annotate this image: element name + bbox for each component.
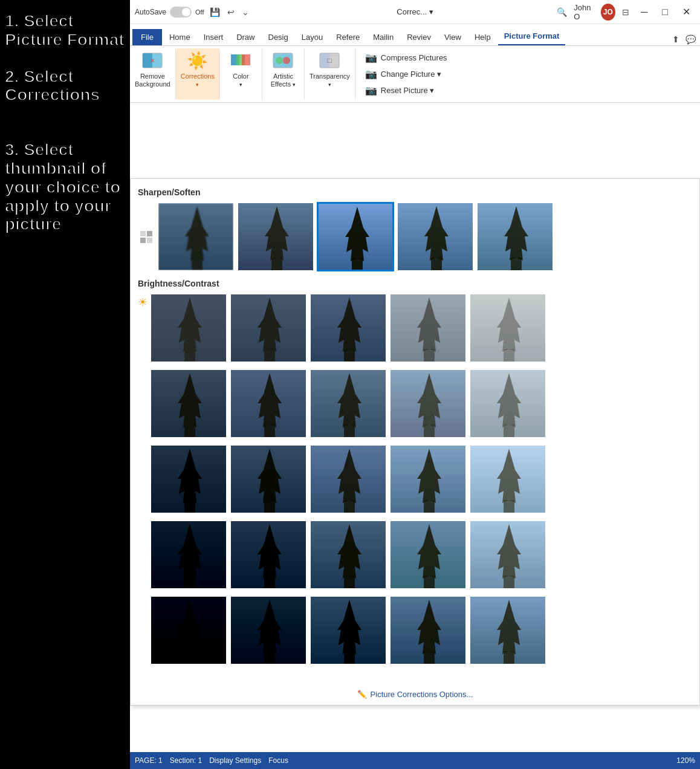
undo-icon[interactable]: ↩ [225,6,236,18]
bc-section: ☀ [138,293,692,669]
artistic-effects-button[interactable]: ArtisticEffects ▾ [262,48,305,100]
tab-review[interactable]: Reviev [401,29,437,45]
svg-rect-66 [264,500,275,513]
bc-thumb-3-3[interactable] [309,444,387,514]
step3-text: 3. Select thumbnail of your choice to ap… [5,141,125,234]
step1-text: 1. Select Picture Format [5,12,125,50]
search-icon[interactable]: 🔍 [555,6,569,18]
bc-thumb-2-3[interactable] [309,369,387,438]
bc-thumb-5-2[interactable] [230,595,307,665]
sharpen-thumbnail-row [138,202,692,271]
tab-draw[interactable]: Draw [230,29,261,45]
bc-thumb-5-3[interactable] [309,595,387,665]
bc-thumb-3-2[interactable] [230,444,307,514]
tab-picture-format[interactable]: Picture Format [498,28,566,45]
svg-rect-18 [192,258,203,270]
svg-rect-15 [147,238,152,243]
bc-thumb-2-4[interactable] [389,369,467,438]
bc-thumb-4-2[interactable] [230,520,307,589]
bc-row-4 [150,520,546,589]
bc-thumb-2-5[interactable] [469,369,546,438]
tab-view[interactable]: View [438,29,467,45]
sharpen-thumb-4[interactable] [397,202,474,271]
bc-thumb-3-1[interactable] [150,444,227,514]
change-picture-button[interactable]: 📷 Change Picture ▾ [363,67,693,81]
bc-thumb-1-5[interactable] [469,293,546,363]
bc-thumb-1-2[interactable] [230,293,307,363]
corrections-icon: ☀️ [187,50,209,71]
svg-rect-36 [264,349,275,362]
share-icon[interactable]: ⬆ [670,33,681,45]
corrections-button[interactable]: ☀️ Corrections▾ [176,48,220,100]
focus-label[interactable]: Focus [268,756,288,765]
bc-thumb-3-5[interactable] [469,444,546,514]
tab-references[interactable]: Refere [330,29,366,45]
bc-grid [150,293,546,669]
tab-home[interactable]: Home [163,29,196,45]
corrections-dropdown: Sharpen/Soften [130,178,700,706]
zoom-level: 120% [676,756,695,765]
bc-thumb-5-5[interactable] [469,595,546,665]
svg-rect-12 [140,231,146,236]
picture-corrections-options-link[interactable]: ✏️ Picture Corrections Options... [357,690,473,699]
tab-mailings[interactable]: Mailin [367,29,400,45]
minimize-button[interactable]: ─ [636,0,652,24]
corrections-label: Corrections▾ [181,73,215,88]
more-qa-icon[interactable]: ⌄ [240,6,251,18]
display-settings[interactable]: Display Settings [209,756,261,765]
title-bar-left: AutoSave Off 💾 ↩ ⌄ [135,6,275,18]
tab-help[interactable]: Help [468,29,497,45]
bc-thumb-2-2[interactable] [230,369,307,438]
doc-title: Correc... ▾ [397,7,433,16]
corrections-options-label: Picture Corrections Options... [371,690,473,699]
svg-text:✕: ✕ [150,57,155,64]
bc-thumb-4-1[interactable] [150,520,227,589]
title-bar-right: 🔍 John O JO ⊟ ─ □ ✕ [555,0,695,24]
bc-thumb-3-4[interactable] [389,444,467,514]
sharpen-thumb-5[interactable] [476,202,554,271]
sharpen-soften-title: Sharpen/Soften [138,187,692,197]
section-info: Section: 1 [170,756,202,765]
reset-picture-label: Reset Picture ▾ [381,86,435,95]
save-icon[interactable]: 💾 [208,6,222,18]
close-button[interactable]: ✕ [678,0,695,24]
tab-design[interactable]: Desig [262,29,294,45]
bc-thumb-1-4[interactable] [389,293,467,363]
transparency-button[interactable]: □ Transparency▾ [305,48,355,100]
sharpen-thumb-1[interactable] [157,202,235,271]
svg-rect-45 [504,349,514,362]
svg-rect-93 [184,651,195,664]
color-button[interactable]: Color▾ [220,48,262,100]
reset-picture-button[interactable]: 📷 Reset Picture ▾ [363,83,693,97]
svg-rect-14 [140,238,146,243]
bc-thumb-4-5[interactable] [469,520,546,589]
svg-rect-48 [184,424,195,437]
maximize-button[interactable]: □ [657,0,673,24]
brightness-icon-col: ☀ [138,293,147,669]
bc-thumb-4-4[interactable] [389,520,467,589]
svg-rect-57 [424,424,435,437]
svg-rect-21 [271,258,282,270]
remove-background-button[interactable]: ✕ RemoveBackground [130,48,176,100]
ribbon-display-icon[interactable]: ⊟ [620,6,631,18]
sharpen-thumb-2[interactable] [237,202,314,271]
bc-thumb-5-1[interactable] [150,595,227,665]
svg-rect-30 [511,258,522,270]
tab-file[interactable]: File [132,29,162,45]
bc-thumb-1-1[interactable] [150,293,227,363]
autosave-toggle[interactable] [170,7,192,18]
compress-icon: 📷 [365,52,377,63]
tab-insert[interactable]: Insert [198,29,230,45]
avatar: JO [601,4,615,21]
compress-pictures-button[interactable]: 📷 Compress Pictures [363,51,693,65]
tab-layout[interactable]: Layou [296,29,329,45]
bc-thumb-5-4[interactable] [389,595,467,665]
comment-icon[interactable]: 💬 [684,33,698,45]
bc-thumb-1-3[interactable] [309,293,387,363]
svg-rect-24 [352,258,363,270]
bc-thumb-2-1[interactable] [150,369,227,438]
autosave-knob [182,8,190,16]
svg-rect-60 [504,424,514,437]
bc-thumb-4-3[interactable] [309,520,387,589]
sharpen-thumb-3[interactable] [317,202,394,271]
